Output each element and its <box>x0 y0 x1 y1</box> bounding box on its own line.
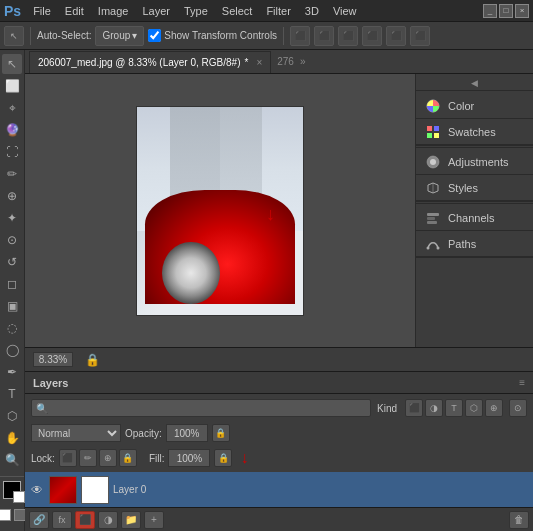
tab-close-icon[interactable]: × <box>256 57 262 68</box>
center-right-wrapper: 206007_med.jpg @ 8.33% (Layer 0, RGB/8#)… <box>25 50 533 531</box>
kind-search-box[interactable]: 🔍 <box>31 399 371 417</box>
layer-item-0[interactable]: 👁 Layer 0 <box>25 472 533 507</box>
zoom-tool[interactable]: 🔍 <box>2 450 22 470</box>
history-tool[interactable]: ↺ <box>2 252 22 272</box>
hand-tool[interactable]: ✋ <box>2 428 22 448</box>
smart-filter-icon[interactable]: ⊕ <box>485 399 503 417</box>
dodge-tool[interactable]: ◯ <box>2 340 22 360</box>
eraser-tool[interactable]: ◻ <box>2 274 22 294</box>
lock-paint-icon[interactable]: ✏ <box>79 449 97 467</box>
align-middle-icon[interactable]: ⬛ <box>386 26 406 46</box>
canvas-section: 206007_med.jpg @ 8.33% (Layer 0, RGB/8#)… <box>25 50 533 347</box>
pen-tool[interactable]: ✒ <box>2 362 22 382</box>
toolbar-separator-2 <box>283 27 284 45</box>
layers-panel-title: Layers <box>33 377 68 389</box>
channels-tab[interactable]: Channels <box>416 205 533 231</box>
color-tab[interactable]: Color <box>416 93 533 119</box>
clone-tool[interactable]: ⊙ <box>2 230 22 250</box>
document-tab[interactable]: 206007_med.jpg @ 8.33% (Layer 0, RGB/8#)… <box>29 51 271 73</box>
adjustment-filter-icon[interactable]: ◑ <box>425 399 443 417</box>
paths-tab-label: Paths <box>448 238 476 250</box>
tab-scroll-arrows[interactable]: » <box>300 56 306 67</box>
paths-tab[interactable]: Paths <box>416 231 533 257</box>
adjustments-tab-label: Adjustments <box>448 156 509 168</box>
gradient-tool[interactable]: ▣ <box>2 296 22 316</box>
menu-select[interactable]: Select <box>216 3 259 19</box>
healing-tool[interactable]: ⊕ <box>2 186 22 206</box>
show-transform-controls-checkbox[interactable] <box>148 29 161 42</box>
add-mask-button[interactable]: ⬛ <box>75 511 95 529</box>
fill-input[interactable] <box>168 449 210 467</box>
main-layout: ↖ ⬜ ⌖ 🔮 ⛶ ✏ ⊕ ✦ ⊙ ↺ ◻ ▣ ◌ ◯ ✒ T ⬡ ✋ 🔍 <box>0 50 533 531</box>
toolbar-separator-1 <box>30 27 31 45</box>
text-filter-icon[interactable]: T <box>445 399 463 417</box>
lasso-tool[interactable]: ⌖ <box>2 98 22 118</box>
move-tool-icon[interactable]: ↖ <box>4 26 24 46</box>
menu-type[interactable]: Type <box>178 3 214 19</box>
kind-toggle-icon[interactable]: ⊙ <box>509 399 527 417</box>
blur-tool[interactable]: ◌ <box>2 318 22 338</box>
lock-transparent-icon[interactable]: ⬛ <box>59 449 77 467</box>
swatches-tab[interactable]: Swatches <box>416 119 533 145</box>
menu-3d[interactable]: 3D <box>299 3 325 19</box>
menu-edit[interactable]: Edit <box>59 3 90 19</box>
tab-modified: * <box>245 57 249 68</box>
text-tool[interactable]: T <box>2 384 22 404</box>
styles-tab[interactable]: Styles <box>416 175 533 201</box>
quick-select-tool[interactable]: 🔮 <box>2 120 22 140</box>
screen-mode-icon[interactable] <box>14 509 26 521</box>
menu-file[interactable]: File <box>27 3 57 19</box>
blend-mode-select[interactable]: Normal <box>31 424 121 442</box>
shape-tool[interactable]: ⬡ <box>2 406 22 426</box>
shape-filter-icon[interactable]: ⬡ <box>465 399 483 417</box>
align-right-icon[interactable]: ⬛ <box>338 26 358 46</box>
lock-position-icon[interactable]: ⊕ <box>99 449 117 467</box>
add-fx-button[interactable]: fx <box>52 511 72 529</box>
move-tool[interactable]: ↖ <box>2 54 22 74</box>
foreground-color-swatch[interactable] <box>3 481 21 499</box>
layers-panel-bottom: 🔗 fx ⬛ ◑ 📁 + 🗑 <box>25 507 533 531</box>
canvas-area[interactable]: ↓ <box>25 74 415 347</box>
crop-tool[interactable]: ⛶ <box>2 142 22 162</box>
brush-tool[interactable]: ✦ <box>2 208 22 228</box>
menu-view[interactable]: View <box>327 3 363 19</box>
channels-tab-group: Channels Paths <box>416 205 533 258</box>
layer-0-visibility-icon[interactable]: 👁 <box>29 482 45 498</box>
delete-layer-button[interactable]: 🗑 <box>509 511 529 529</box>
align-top-icon[interactable]: ⬛ <box>362 26 382 46</box>
group-select[interactable]: Group ▾ <box>95 26 144 46</box>
quick-mask-icon[interactable] <box>0 509 11 521</box>
align-center-icon[interactable]: ⬛ <box>314 26 334 46</box>
close-button[interactable]: × <box>515 4 529 18</box>
canvas-and-right: ↓ ◀ <box>25 74 533 347</box>
menu-layer[interactable]: Layer <box>136 3 176 19</box>
marquee-tool[interactable]: ⬜ <box>2 76 22 96</box>
show-transform-controls-label[interactable]: Show Transform Controls <box>148 29 277 42</box>
link-layers-button[interactable]: 🔗 <box>29 511 49 529</box>
fill-lock-icon[interactable]: 🔒 <box>214 449 232 467</box>
adjustments-tab[interactable]: Adjustments <box>416 149 533 175</box>
pixel-filter-icon[interactable]: ⬛ <box>405 399 423 417</box>
minimize-button[interactable]: _ <box>483 4 497 18</box>
add-adjustment-button[interactable]: ◑ <box>98 511 118 529</box>
align-bottom-icon[interactable]: ⬛ <box>410 26 430 46</box>
tab-bar: 206007_med.jpg @ 8.33% (Layer 0, RGB/8#)… <box>25 50 533 74</box>
zoom-input[interactable] <box>33 352 73 367</box>
new-layer-button[interactable]: + <box>144 511 164 529</box>
panel-expand-arrow[interactable]: ◀ <box>416 76 533 91</box>
adjustments-icon <box>424 153 442 171</box>
tab-scroll-number: 276 <box>277 56 294 67</box>
layers-panel-menu-icon[interactable]: ≡ <box>519 377 525 388</box>
menu-image[interactable]: Image <box>92 3 135 19</box>
opacity-lock-icon[interactable]: 🔒 <box>212 424 230 442</box>
lock-all-icon[interactable]: 🔒 <box>119 449 137 467</box>
kind-input[interactable] <box>50 403 366 414</box>
opacity-input[interactable] <box>166 424 208 442</box>
fill-label: Fill: <box>149 453 165 464</box>
new-group-button[interactable]: 📁 <box>121 511 141 529</box>
right-panel-icon-strip: ◀ <box>416 74 533 93</box>
align-left-icon[interactable]: ⬛ <box>290 26 310 46</box>
maximize-button[interactable]: □ <box>499 4 513 18</box>
eyedropper-tool[interactable]: ✏ <box>2 164 22 184</box>
menu-filter[interactable]: Filter <box>260 3 296 19</box>
